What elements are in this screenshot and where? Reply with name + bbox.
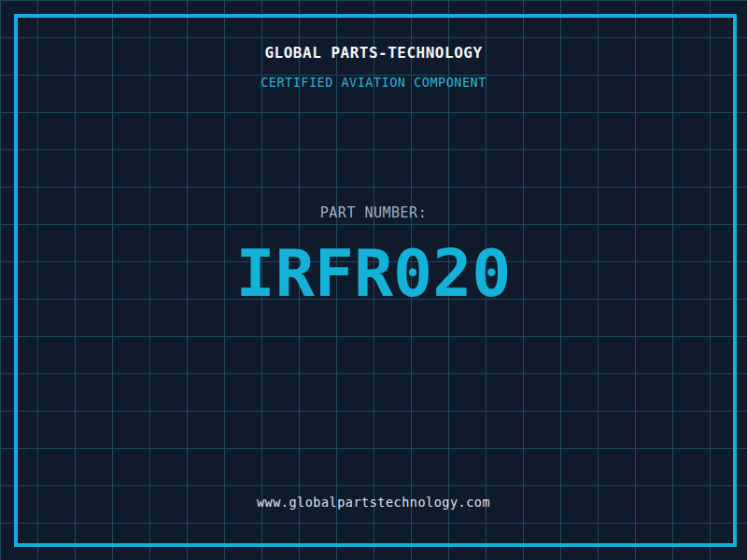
- part-number-value: IRFR020: [0, 241, 747, 306]
- website-url: www.globalpartstechnology.com: [0, 495, 747, 510]
- certification-tagline: CERTIFIED AVIATION COMPONENT: [0, 75, 747, 90]
- part-number-label: PART NUMBER:: [0, 204, 747, 221]
- certificate-card: { "theme": { "background_color": "#0f1a2…: [0, 0, 747, 560]
- company-name: GLOBAL PARTS-TECHNOLOGY: [0, 44, 747, 62]
